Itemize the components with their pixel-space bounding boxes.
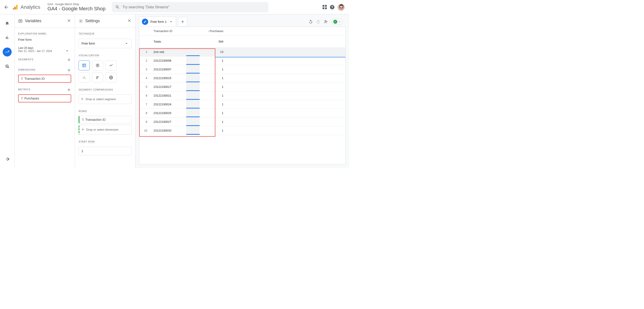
svg-point-10 [80,20,82,22]
plus-icon [67,88,71,92]
date-range: Dec 21, 2023 - Jan 17, 2024 [18,50,67,53]
nav-rail [0,14,14,168]
metric-chip-purchases[interactable]: ⠿ Purchases [18,94,71,102]
table-icon [82,63,86,68]
technique-value: Free form [82,42,95,45]
column-header-metric[interactable]: ↓Purchases [200,27,226,36]
viz-donut-button[interactable] [92,61,103,70]
row-dimension: 23122100015 [150,74,186,83]
row-index: 3 [139,65,150,74]
row-dimension: 23122100017 [150,83,186,91]
sort-desc-icon: ↓ [208,30,209,33]
viz-bar-button[interactable] [92,73,103,83]
segment-placeholder: Drop or select segment [86,98,116,101]
bar-cell [186,57,200,65]
selection-underline [215,57,346,57]
settings-panel: Settings TECHNIQUE Free form VISUALIZATI… [75,14,135,168]
table-row[interactable]: 10 23122100033 1 [139,126,346,135]
avatar[interactable] [338,4,345,11]
table-row[interactable]: 9 23122100027 1 [139,117,346,126]
row-dimension: 23122100033 [150,126,186,135]
dimensions-label: DIMENSIONS [18,68,36,72]
row-chip-label: Transaction ID [85,118,106,121]
row-dimension: 23122100025 [150,109,186,117]
table-row[interactable]: 3 23122100007 1 [139,65,346,74]
table-row[interactable]: 4 23122100015 1 [139,74,346,83]
row-metric: 1 [200,83,226,91]
apps-icon[interactable] [322,5,327,9]
svg-point-6 [6,66,8,67]
gear-icon [5,157,10,161]
add-segment-button[interactable] [67,58,71,63]
table-row[interactable]: 5 23122100017 1 [139,83,346,91]
nav-advertising[interactable] [3,62,12,71]
bar-cell [186,118,200,126]
exploration-tab[interactable]: Free form 1 [139,17,176,27]
canvas-area: Free form 1 ✓ [135,14,349,168]
logo-block: Analytics [12,4,44,10]
close-icon [67,18,71,23]
nav-admin[interactable] [3,155,12,164]
viz-geo-button[interactable] [106,73,116,83]
start-row-input[interactable]: 1 [78,147,132,155]
plus-icon [67,68,71,72]
add-metric-button[interactable] [67,88,71,93]
column-header-dimension[interactable]: Transaction ID [150,27,186,36]
row-metric: 1 [200,91,226,100]
row-chip-transaction-id[interactable]: ⠿ Transaction ID [78,116,132,123]
exploration-name-label: EXPLORATION NAME: [18,32,47,36]
date-range-picker[interactable]: Last 28 days Dec 21, 2023 - Jan 17, 2024 [18,46,71,53]
table-row[interactable]: 8 23122100025 1 [139,109,346,117]
start-row-label: START ROW [78,140,95,144]
row-dropzone[interactable]: + Drop or select dimension [78,125,132,134]
svg-point-19 [85,78,86,79]
chevron-down-icon [65,49,70,53]
close-variables-button[interactable] [67,18,71,24]
undo-icon[interactable] [308,20,313,24]
exploration-name-value[interactable]: Free form [18,38,71,42]
tab-name: Free form 1 [150,20,166,24]
explore-icon [5,50,10,54]
nav-explore[interactable] [3,48,12,57]
dimension-chip-transaction-id[interactable]: ⠿ Transaction ID [18,75,71,83]
technique-select[interactable]: Free form [78,39,132,48]
viz-table-button[interactable] [78,61,90,70]
viz-scatter-button[interactable] [78,73,90,83]
property-path: GA4 - Google Merch Shop [48,3,106,6]
chevron-down-icon[interactable] [169,20,173,24]
row-metric: 1 [200,74,226,83]
row-metric: 1 [200,117,226,126]
status-menu[interactable]: ✓ [331,19,343,25]
redo-icon[interactable] [316,20,320,24]
edit-tab-icon [142,19,148,25]
product-name: Analytics [20,4,40,10]
scatter-icon [82,75,86,80]
plus-icon [67,58,71,62]
row-metric: 1 [200,65,226,74]
nav-reports[interactable] [3,33,12,42]
table-row[interactable]: 1 (not set) 13 [139,48,346,56]
search-box[interactable] [112,2,268,12]
table-row[interactable]: 7 23122100024 1 [139,100,346,109]
close-settings-button[interactable] [127,18,132,24]
row-index: 10 [139,126,150,135]
svg-rect-1 [14,7,16,10]
segment-dropzone[interactable]: + Drop or select segment [78,94,132,104]
plus-icon [180,20,185,24]
back-button[interactable] [2,3,11,12]
table-row[interactable]: 2 23122100006 1 [139,56,346,65]
share-icon[interactable] [324,20,328,24]
add-dimension-button[interactable] [67,68,71,73]
search-input[interactable] [122,5,265,9]
help-icon[interactable]: ? [330,5,335,10]
segment-comparisons-label: SEGMENT COMPARISONS [78,88,113,92]
nav-home[interactable] [3,19,12,28]
bar-icon [95,75,100,80]
add-tab-button[interactable] [178,17,187,27]
property-selector[interactable]: GA4 - Google Merch Shop GA4 - Google Mer… [46,3,107,12]
viz-line-button[interactable] [106,61,116,70]
visualization-label: VISUALIZATION [78,54,99,57]
metric-chip-label: Purchases [24,97,39,100]
row-dimension: 23122100006 [150,56,186,65]
table-row[interactable]: 6 23122100021 1 [139,91,346,100]
